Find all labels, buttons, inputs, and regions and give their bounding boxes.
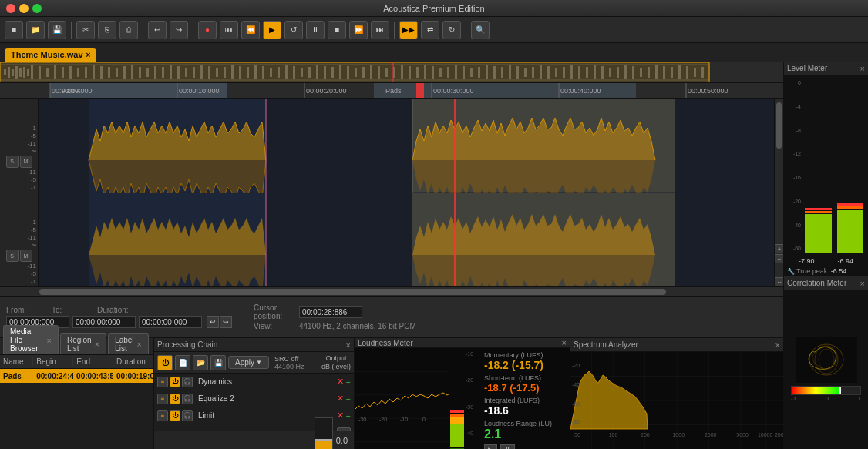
pc-close[interactable]: × <box>346 340 351 350</box>
cut-button[interactable]: ✂ <box>76 21 95 39</box>
effect-add-dynamics[interactable]: + <box>346 377 351 387</box>
right-channel <box>837 79 864 253</box>
horizontal-scrollbar[interactable] <box>0 286 783 296</box>
pc-apply-btn[interactable]: Apply ▼ <box>228 356 269 369</box>
svg-text:Part A: Part A <box>62 87 81 95</box>
app-title: Acoustica Premium Edition <box>383 4 484 13</box>
play-button[interactable]: ▶ <box>263 21 281 39</box>
effect-drag-handle2[interactable]: ≡ <box>157 394 168 404</box>
level-meter-title: Level Meter <box>787 64 827 72</box>
effect-icon3[interactable]: 🎧 <box>182 410 193 421</box>
tab-close[interactable]: × <box>86 51 91 59</box>
paste-button[interactable]: ⎙ <box>119 21 138 39</box>
effect-power[interactable]: ⏻ <box>170 377 180 387</box>
vscrollbar-thumb[interactable] <box>776 102 782 149</box>
track2-mute[interactable]: M <box>20 250 32 262</box>
close-button[interactable] <box>6 4 15 13</box>
svg-text:-60: -60 <box>572 401 580 407</box>
loop-button[interactable]: ↺ <box>284 21 303 39</box>
effect-name-equalize[interactable]: Equalize 2 <box>198 394 335 403</box>
next-button[interactable]: ⏭ <box>371 21 389 39</box>
zoom-fit-button[interactable]: ↔ <box>775 277 783 286</box>
bounce-button[interactable]: ▶▶ <box>399 21 418 39</box>
lm-pause-btn[interactable]: ⏸ <box>500 444 515 449</box>
effect-equalize: ≡ ⏻ 🎧 Equalize 2 ✕ + <box>154 390 354 407</box>
pc-new-btn[interactable]: 📄 <box>175 355 190 370</box>
undo-button[interactable]: ↩ <box>148 21 167 39</box>
media-browser-close[interactable]: × <box>47 336 52 345</box>
file-tab[interactable]: Theme Music.wav × <box>5 48 96 62</box>
effect-name-dynamics[interactable]: Dynamics <box>198 377 335 386</box>
lm-close[interactable]: × <box>562 338 567 347</box>
pc-save-btn[interactable]: 💾 <box>210 355 226 370</box>
effect-add-equalize[interactable]: + <box>346 394 351 404</box>
correlation-meter-close[interactable]: × <box>860 279 865 288</box>
label-list-tab[interactable]: Label List × <box>108 333 149 354</box>
sel-undo[interactable]: ↩ <box>207 316 219 328</box>
ff-button[interactable]: ⏩ <box>349 21 368 39</box>
lm-play-btn[interactable]: ▶ <box>484 444 497 449</box>
pc-toolbar: ⏻ 📄 📂 💾 Apply ▼ SRC off 44100 Hz Outputd… <box>154 352 354 374</box>
sa-close[interactable]: × <box>775 340 780 350</box>
copy-button[interactable]: ⎘ <box>98 21 116 39</box>
effect-icon2[interactable]: 🎧 <box>182 394 193 404</box>
right-level-val: -6.94 <box>837 257 853 265</box>
pause-button[interactable]: ⏸ <box>306 21 325 39</box>
track2-solo[interactable]: S <box>6 250 19 262</box>
lm-momentary: Momentary (LUFS) -18.2 (-15.7) <box>484 351 567 371</box>
vertical-scrollbar[interactable]: + − ↔ <box>774 99 783 286</box>
effect-power3[interactable]: ⏻ <box>170 410 180 421</box>
sep3 <box>193 22 193 39</box>
selection-duration-input[interactable] <box>139 316 202 328</box>
left-peak-bar <box>805 208 832 210</box>
output-slider[interactable] <box>315 417 333 450</box>
effect-drag-handle3[interactable]: ≡ <box>157 410 168 421</box>
track2-waveform[interactable] <box>39 193 783 287</box>
maximize-button[interactable] <box>32 4 42 13</box>
waveform-view[interactable]: + − ↔ <box>39 99 783 286</box>
cursor-pos-input[interactable] <box>299 306 362 318</box>
settings-button[interactable]: 🔍 <box>471 21 490 39</box>
label-list-close[interactable]: × <box>137 340 142 349</box>
effect-icon[interactable]: 🎧 <box>182 377 193 387</box>
window-controls[interactable] <box>6 4 42 13</box>
new-button[interactable]: ■ <box>5 21 23 39</box>
prev-button[interactable]: ⏮ <box>220 21 238 39</box>
effect-remove-dynamics[interactable]: ✕ <box>337 377 344 387</box>
region-list-tab[interactable]: Region List × <box>60 333 106 354</box>
minimize-button[interactable] <box>19 4 29 13</box>
output-slider-thumb[interactable] <box>315 439 332 441</box>
track1-mute[interactable]: M <box>20 156 32 168</box>
stop-button[interactable]: ■ <box>328 21 346 39</box>
track1-solo[interactable]: S <box>6 156 19 168</box>
media-browser-tab[interactable]: Media File Browser × <box>3 325 59 354</box>
effect-power2[interactable]: ⏻ <box>170 394 180 404</box>
redo-button[interactable]: ↪ <box>170 21 188 39</box>
record-button[interactable]: ● <box>198 21 217 39</box>
svg-text:20000: 20000 <box>775 432 783 437</box>
output-db-value: 0.0 <box>336 436 348 445</box>
selection-to-input[interactable] <box>72 316 136 328</box>
hscrollbar-thumb[interactable] <box>39 289 666 295</box>
pc-open-btn[interactable]: 📂 <box>193 355 208 370</box>
open-button[interactable]: 📁 <box>26 21 45 39</box>
lm-bar-red <box>450 410 464 413</box>
effect-drag-handle[interactable]: ≡ <box>157 377 168 387</box>
level-meter-close[interactable]: × <box>860 64 865 73</box>
effect-remove-equalize[interactable]: ✕ <box>337 394 344 404</box>
normalize-button[interactable]: ⇄ <box>421 21 439 39</box>
sel-redo[interactable]: ↪ <box>220 316 232 328</box>
region-list-close[interactable]: × <box>95 340 99 349</box>
titlebar: Acoustica Premium Edition <box>0 0 868 17</box>
pc-power-btn[interactable]: ⏻ <box>157 355 173 370</box>
track1-waveform[interactable] <box>39 99 783 193</box>
overview-waveform[interactable] <box>0 62 783 83</box>
loop2-button[interactable]: ↻ <box>442 21 461 39</box>
table-row[interactable]: Pads 00:00:24:487 00:00:43:547 00:00:19:… <box>0 369 153 383</box>
zoom-out-button[interactable]: − <box>775 254 783 263</box>
sep5 <box>466 22 466 39</box>
rewind-button[interactable]: ⏪ <box>241 21 260 39</box>
svg-text:-30: -30 <box>358 417 366 422</box>
zoom-in-button[interactable]: + <box>775 244 783 253</box>
save-button[interactable]: 💾 <box>48 21 66 39</box>
